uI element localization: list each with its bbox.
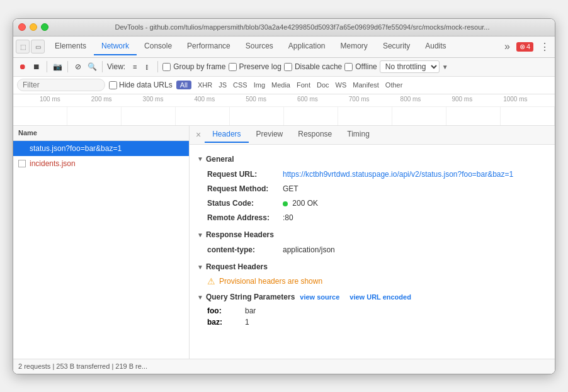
list-view-button[interactable]: ≡ <box>129 61 140 72</box>
tab-security[interactable]: Security <box>375 38 417 55</box>
tab-console[interactable]: Console <box>137 38 179 55</box>
camera-button[interactable]: 📷 <box>52 61 63 72</box>
warning-icon: ⚠ <box>207 276 215 286</box>
group-by-frame-checkbox[interactable] <box>162 63 171 71</box>
content-type-row: content-type: application/json <box>197 243 547 257</box>
subtabs: × Headers Preview Response Timing <box>190 126 555 145</box>
maximize-button[interactable] <box>41 23 48 31</box>
tabs: Elements Network Console Performance Sou… <box>47 38 502 55</box>
preserve-log-label[interactable]: Preserve log <box>229 62 281 71</box>
tab-elements[interactable]: Elements <box>47 38 94 55</box>
request-item-status-json[interactable]: status.json?foo=bar&baz=1 <box>13 141 189 156</box>
tab-sources[interactable]: Sources <box>238 38 281 55</box>
offline-label[interactable]: Offline <box>344 62 377 71</box>
search-button[interactable]: 🔍 <box>86 61 98 72</box>
content-type-key: content-type: <box>207 244 283 256</box>
status-dot-icon <box>283 201 288 206</box>
view-label: View: <box>107 62 125 71</box>
detail-content: ▼ General Request URL: https://kctbh9vrt… <box>190 145 555 359</box>
tabbar: ⬚ ▭ Elements Network Console Performance… <box>13 36 555 58</box>
tick-400ms: 400 ms <box>194 96 246 106</box>
tick-1000ms: 1000 ms <box>503 96 555 106</box>
general-section-header[interactable]: ▼ General <box>197 155 547 164</box>
query-param-foo: foo: bar <box>197 305 547 316</box>
throttling-select[interactable]: No throttling <box>380 60 440 73</box>
devtools-menu-button[interactable]: ⋮ <box>537 41 552 53</box>
filter-xhr[interactable]: XHR <box>195 80 215 90</box>
hide-data-urls-checkbox[interactable] <box>109 81 117 89</box>
filter-ws[interactable]: WS <box>333 80 349 90</box>
request-list-header: Name <box>13 126 189 141</box>
offline-checkbox[interactable] <box>344 63 353 71</box>
waterfall-view-button[interactable]: ⫿ <box>142 61 153 72</box>
subtab-close-button[interactable]: × <box>192 130 205 140</box>
record-button[interactable]: ⏺ <box>17 61 28 72</box>
stop-button[interactable]: ⏹ <box>31 61 42 72</box>
request-list: Name status.json?foo=bar&baz=1 incidents… <box>13 126 190 359</box>
status-code-value: 200 OK <box>283 198 318 210</box>
inspect-icon-btn[interactable]: ⬚ <box>16 40 30 53</box>
response-headers-triangle-icon: ▼ <box>197 232 203 238</box>
request-headers-triangle-icon: ▼ <box>197 264 203 271</box>
response-headers-section-header[interactable]: ▼ Response Headers <box>197 230 547 239</box>
view-buttons: ≡ ⫿ <box>129 61 153 72</box>
filter-other[interactable]: Other <box>383 80 406 90</box>
tab-icons: ⬚ ▭ <box>16 40 45 53</box>
close-button[interactable] <box>18 23 26 31</box>
subtab-preview[interactable]: Preview <box>249 126 291 143</box>
query-triangle-icon: ▼ <box>197 294 203 301</box>
disable-cache-label[interactable]: Disable cache <box>284 62 342 71</box>
detail-panel: × Headers Preview Response Timing ▼ Gene… <box>190 126 555 359</box>
subtab-headers[interactable]: Headers <box>205 126 248 143</box>
subtab-timing[interactable]: Timing <box>339 126 377 143</box>
filter-toggle-button[interactable]: ⊘ <box>72 61 84 72</box>
filter-doc[interactable]: Doc <box>314 80 332 90</box>
tab-performance[interactable]: Performance <box>179 38 238 55</box>
tab-memory[interactable]: Memory <box>333 38 375 55</box>
query-actions: view source view URL encoded <box>300 293 411 301</box>
view-source-link[interactable]: view source <box>300 293 339 301</box>
disable-cache-checkbox[interactable] <box>284 63 292 71</box>
subtab-response[interactable]: Response <box>290 126 339 143</box>
preserve-log-checkbox[interactable] <box>229 63 237 71</box>
filter-media[interactable]: Media <box>269 80 293 90</box>
request-method-row: Request Method: GET <box>197 182 547 196</box>
filter-js[interactable]: JS <box>216 80 229 90</box>
request-icon-status <box>18 145 26 152</box>
timeline-ruler: 100 ms 200 ms 300 ms 400 ms 500 ms 600 m… <box>13 94 555 107</box>
view-url-encoded-link[interactable]: view URL encoded <box>349 293 411 301</box>
tab-network[interactable]: Network <box>94 38 137 55</box>
filter-css[interactable]: CSS <box>230 80 250 90</box>
timeline: 100 ms 200 ms 300 ms 400 ms 500 ms 600 m… <box>13 94 555 126</box>
filter-manifest[interactable]: Manifest <box>350 80 382 90</box>
toolbar-sep-1 <box>47 61 47 72</box>
content-type-value: application/json <box>283 244 335 256</box>
mobile-icon-btn[interactable]: ▭ <box>31 40 45 53</box>
error-icon: ⊗ <box>520 43 525 51</box>
request-name-status: status.json?foo=bar&baz=1 <box>30 144 122 153</box>
remote-address-row: Remote Address: :80 <box>197 211 547 225</box>
tick-900ms: 900 ms <box>452 96 503 106</box>
main-content: Name status.json?foo=bar&baz=1 incidents… <box>13 126 555 359</box>
request-item-incidents-json[interactable]: incidents.json <box>13 156 189 171</box>
tick-500ms: 500 ms <box>246 96 297 106</box>
minimize-button[interactable] <box>30 23 37 31</box>
request-headers-section-header[interactable]: ▼ Request Headers <box>197 262 547 271</box>
timeline-area[interactable] <box>13 107 555 126</box>
status-code-key: Status Code: <box>207 198 283 210</box>
query-string-section-header[interactable]: ▼ Query String Parameters view source vi… <box>197 293 547 301</box>
tab-audits[interactable]: Audits <box>417 38 453 55</box>
filter-font[interactable]: Font <box>294 80 313 90</box>
statusbar-text: 2 requests | 253 B transferred | 219 B r… <box>18 362 147 370</box>
hide-data-urls-label[interactable]: Hide data URLs <box>109 81 173 89</box>
filter-all-button[interactable]: All <box>176 81 191 89</box>
filter-img[interactable]: Img <box>251 80 268 90</box>
tab-application[interactable]: Application <box>281 38 333 55</box>
error-badge: ⊗ 4 <box>516 42 533 52</box>
window-title: DevTools - github.com/tulios/mappersmith… <box>55 23 550 31</box>
tick-800ms: 800 ms <box>400 96 452 106</box>
request-url-row: Request URL: https://kctbh9vrtdwd.status… <box>197 167 547 182</box>
filter-input[interactable] <box>17 79 105 91</box>
group-by-frame-label[interactable]: Group by frame <box>162 62 225 71</box>
more-tabs-button[interactable]: » <box>502 41 513 52</box>
